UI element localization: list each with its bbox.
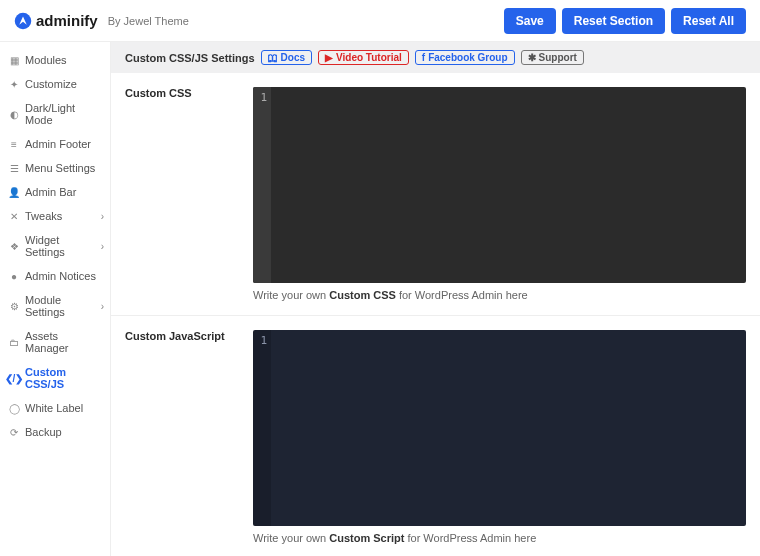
sidebar-item-backup[interactable]: ⟳ Backup [0, 420, 110, 444]
sidebar-item-modules[interactable]: ▦ Modules [0, 48, 110, 72]
settings-bar: Custom CSS/JS Settings 🕮 Docs ▶ Video Tu… [111, 42, 760, 73]
support-link[interactable]: ✱ Support [521, 50, 584, 65]
sidebar-item-customize[interactable]: ✦ Customize [0, 72, 110, 96]
facebook-icon: f [422, 52, 425, 63]
css-editor-body[interactable] [271, 87, 746, 283]
widget-icon: ❖ [8, 240, 20, 252]
sidebar-item-label: Custom CSS/JS [25, 366, 102, 390]
darklight-icon: ◐ [8, 108, 20, 120]
play-icon: ▶ [325, 52, 333, 63]
css-gutter: 1 [253, 87, 271, 283]
docs-label: Docs [281, 52, 305, 63]
section-title-js: Custom JavaScript [125, 330, 237, 544]
menu-icon: ☰ [8, 162, 20, 174]
header: adminify By Jewel Theme Save Reset Secti… [0, 0, 760, 42]
header-actions: Save Reset Section Reset All [504, 8, 746, 34]
section-custom-css: Custom CSS 1 Write your own Custom CSS f… [111, 73, 760, 316]
js-editor-body[interactable] [271, 330, 746, 526]
logo: adminify [14, 12, 98, 30]
section-title-css: Custom CSS [125, 87, 237, 301]
video-tutorial-link[interactable]: ▶ Video Tutorial [318, 50, 409, 65]
modules-icon: ▦ [8, 54, 20, 66]
whitelabel-icon: ◯ [8, 402, 20, 414]
code-icon: ❮/❯ [8, 372, 20, 384]
settings-title: Custom CSS/JS Settings [125, 52, 255, 64]
sidebar-item-module-settings[interactable]: ⚙ Module Settings › [0, 288, 110, 324]
sidebar-item-label: Module Settings [25, 294, 102, 318]
notices-icon: ● [8, 270, 20, 282]
module-settings-icon: ⚙ [8, 300, 20, 312]
js-editor[interactable]: 1 [253, 330, 746, 526]
support-label: Support [539, 52, 577, 63]
chevron-right-icon: › [101, 301, 104, 312]
sidebar-item-admin-bar[interactable]: 👤 Admin Bar [0, 180, 110, 204]
sidebar-item-label: White Label [25, 402, 83, 414]
js-gutter: 1 [253, 330, 271, 526]
sidebar-item-label: Widget Settings [25, 234, 102, 258]
sidebar-item-label: Backup [25, 426, 62, 438]
sidebar-item-custom-css-js[interactable]: ❮/❯ Custom CSS/JS [0, 360, 110, 396]
product-name: adminify [36, 12, 98, 29]
video-label: Video Tutorial [336, 52, 402, 63]
sidebar-item-admin-notices[interactable]: ● Admin Notices [0, 264, 110, 288]
save-button[interactable]: Save [504, 8, 556, 34]
backup-icon: ⟳ [8, 426, 20, 438]
sidebar-item-widget-settings[interactable]: ❖ Widget Settings › [0, 228, 110, 264]
facebook-label: Facebook Group [428, 52, 507, 63]
sidebar-item-label: Menu Settings [25, 162, 95, 174]
sidebar-item-label: Customize [25, 78, 77, 90]
docs-icon: 🕮 [268, 52, 278, 63]
byline: By Jewel Theme [108, 15, 189, 27]
adminify-logo-icon [14, 12, 32, 30]
sidebar-item-dark-light[interactable]: ◐ Dark/Light Mode [0, 96, 110, 132]
sidebar-item-admin-footer[interactable]: ≡ Admin Footer [0, 132, 110, 156]
sidebar-item-label: Admin Footer [25, 138, 91, 150]
js-help-text: Write your own Custom Script for WordPre… [253, 532, 746, 544]
footer-icon: ≡ [8, 138, 20, 150]
sidebar-item-assets-manager[interactable]: 🗀 Assets Manager [0, 324, 110, 360]
facebook-group-link[interactable]: f Facebook Group [415, 50, 515, 65]
chevron-right-icon: › [101, 211, 104, 222]
css-help-text: Write your own Custom CSS for WordPress … [253, 289, 746, 301]
tweaks-icon: ✕ [8, 210, 20, 222]
customize-icon: ✦ [8, 78, 20, 90]
docs-link[interactable]: 🕮 Docs [261, 50, 312, 65]
sidebar-item-label: Assets Manager [25, 330, 102, 354]
sidebar: ▦ Modules ✦ Customize ◐ Dark/Light Mode … [0, 42, 111, 556]
sidebar-item-label: Admin Notices [25, 270, 96, 282]
sidebar-item-label: Admin Bar [25, 186, 76, 198]
sidebar-item-label: Modules [25, 54, 67, 66]
main-content: Custom CSS/JS Settings 🕮 Docs ▶ Video Tu… [111, 42, 760, 556]
css-editor[interactable]: 1 [253, 87, 746, 283]
section-custom-js: Custom JavaScript 1 Write your own Custo… [111, 316, 760, 556]
sidebar-item-tweaks[interactable]: ✕ Tweaks › [0, 204, 110, 228]
adminbar-icon: 👤 [8, 186, 20, 198]
logo-area: adminify By Jewel Theme [14, 12, 189, 30]
sidebar-item-label: Tweaks [25, 210, 62, 222]
support-icon: ✱ [528, 52, 536, 63]
reset-section-button[interactable]: Reset Section [562, 8, 665, 34]
assets-icon: 🗀 [8, 336, 20, 348]
sidebar-item-label: Dark/Light Mode [25, 102, 102, 126]
reset-all-button[interactable]: Reset All [671, 8, 746, 34]
chevron-right-icon: › [101, 241, 104, 252]
sidebar-item-menu-settings[interactable]: ☰ Menu Settings [0, 156, 110, 180]
sidebar-item-white-label[interactable]: ◯ White Label [0, 396, 110, 420]
